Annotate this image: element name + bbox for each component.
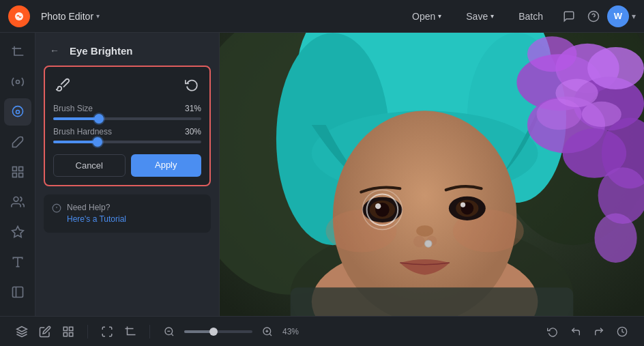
- chat-icon[interactable]: [558, 5, 580, 27]
- app-name-chevron: ▾: [96, 12, 100, 20]
- sidebar-item-retouch[interactable]: [4, 98, 31, 126]
- svg-point-49: [587, 47, 644, 89]
- zoom-in-icon[interactable]: [257, 321, 278, 343]
- sidebar-item-adjust[interactable]: [4, 68, 31, 96]
- svg-rect-62: [70, 332, 73, 336]
- brush-hardness-value: 30%: [185, 127, 201, 136]
- zoom-thumb[interactable]: [209, 328, 218, 336]
- svg-point-54: [536, 99, 581, 130]
- svg-rect-61: [70, 327, 73, 330]
- topbar: Photo Editor ▾ Open ▾ Save ▾ Batch W ▾: [0, 0, 644, 33]
- brush-size-label: Brush Size: [53, 104, 93, 113]
- panel-title: Eye Brighten: [70, 45, 133, 57]
- svg-marker-59: [17, 326, 27, 332]
- brush-hardness-thumb[interactable]: [93, 137, 102, 147]
- refresh-icon[interactable]: [542, 321, 564, 343]
- left-sidebar: [0, 33, 35, 316]
- history-tools-group: [542, 321, 633, 343]
- layers-icon[interactable]: [11, 321, 33, 343]
- sidebar-item-brush[interactable]: [4, 128, 31, 156]
- sidebar-item-overlay[interactable]: [4, 218, 31, 246]
- svg-point-51: [527, 36, 577, 72]
- help-link[interactable]: Here's a Tutorial: [67, 214, 126, 224]
- svg-rect-13: [12, 287, 23, 298]
- topbar-icon-group: W ▾: [558, 5, 636, 27]
- open-label: Open: [412, 11, 435, 22]
- cancel-button[interactable]: Cancel: [53, 154, 126, 177]
- brush-tool-icon[interactable]: [53, 75, 72, 94]
- open-button[interactable]: Open ▾: [402, 7, 451, 26]
- bottombar: 43%: [0, 316, 644, 346]
- account-chevron[interactable]: ▾: [632, 12, 636, 21]
- svg-rect-7: [18, 173, 23, 177]
- svg-point-9: [14, 197, 18, 202]
- app-name-label: Photo Editor: [41, 11, 93, 22]
- brush-hardness-slider[interactable]: [53, 141, 201, 143]
- batch-label: Batch: [518, 11, 543, 22]
- svg-line-65: [171, 334, 173, 336]
- batch-button[interactable]: Batch: [509, 7, 553, 26]
- svg-rect-8: [12, 173, 16, 177]
- zoom-value: 43%: [282, 327, 307, 336]
- separator-2: [149, 325, 150, 338]
- svg-rect-6: [18, 167, 23, 171]
- sidebar-item-filter[interactable]: [4, 158, 31, 186]
- panel: ← Eye Brighten Brush Size 31%: [35, 33, 220, 316]
- app-logo[interactable]: [8, 5, 30, 27]
- save-chevron: ▾: [491, 12, 494, 20]
- save-button[interactable]: Save ▾: [456, 7, 503, 26]
- back-button[interactable]: ←: [46, 42, 63, 59]
- zoom-out-icon[interactable]: [158, 321, 180, 343]
- canvas-area[interactable]: [220, 33, 644, 316]
- sidebar-item-sticker[interactable]: [4, 278, 31, 306]
- svg-rect-5: [12, 167, 16, 171]
- crop-view-icon[interactable]: [119, 321, 141, 343]
- brush-size-row: Brush Size 31%: [53, 104, 201, 120]
- panel-header: ← Eye Brighten: [35, 33, 219, 66]
- svg-point-57: [594, 214, 636, 263]
- svg-rect-58: [291, 287, 574, 316]
- brush-size-fill: [53, 117, 99, 120]
- help-box: Need Help? Here's a Tutorial: [44, 194, 211, 233]
- apply-button[interactable]: Apply: [131, 154, 202, 177]
- svg-line-68: [269, 334, 272, 336]
- history-icon[interactable]: [611, 321, 633, 343]
- brush-hardness-fill: [53, 141, 98, 143]
- help-content: Need Help? Here's a Tutorial: [67, 203, 126, 225]
- svg-point-40: [460, 202, 465, 207]
- svg-point-41: [416, 225, 433, 237]
- sidebar-item-crop[interactable]: [4, 38, 31, 66]
- save-label: Save: [466, 11, 488, 22]
- fit-screen-icon[interactable]: [96, 321, 118, 343]
- brush-hardness-row: Brush Hardness 30%: [53, 127, 201, 143]
- sidebar-item-text[interactable]: [4, 248, 31, 276]
- help-icon[interactable]: [583, 5, 604, 27]
- brush-hardness-label: Brush Hardness: [53, 127, 112, 136]
- view-tools-group: [96, 321, 141, 343]
- edit-icon[interactable]: [34, 321, 56, 343]
- app-name-button[interactable]: Photo Editor ▾: [35, 8, 105, 25]
- svg-point-4: [16, 111, 19, 114]
- svg-point-42: [413, 236, 425, 248]
- svg-marker-10: [12, 227, 23, 237]
- sidebar-item-people[interactable]: [4, 188, 31, 216]
- redo-icon[interactable]: [588, 321, 610, 343]
- brush-size-thumb[interactable]: [94, 114, 104, 124]
- grid-icon[interactable]: [57, 321, 79, 343]
- brush-size-value: 31%: [185, 104, 201, 113]
- open-chevron: ▾: [438, 12, 441, 20]
- brush-controls-box: Brush Size 31% Brush Hardness 30%: [44, 66, 211, 186]
- separator-1: [87, 325, 88, 338]
- user-avatar[interactable]: W: [607, 5, 629, 27]
- svg-rect-60: [63, 327, 67, 330]
- brush-icons-row: [53, 75, 201, 94]
- help-text: Need Help?: [67, 203, 126, 212]
- svg-point-44: [425, 240, 432, 247]
- brush-actions: Cancel Apply: [53, 154, 201, 177]
- svg-rect-63: [63, 332, 67, 336]
- brush-size-slider[interactable]: [53, 117, 201, 120]
- reset-icon[interactable]: [182, 75, 201, 94]
- svg-point-3: [16, 81, 19, 84]
- zoom-slider[interactable]: [184, 330, 252, 333]
- undo-icon[interactable]: [565, 321, 587, 343]
